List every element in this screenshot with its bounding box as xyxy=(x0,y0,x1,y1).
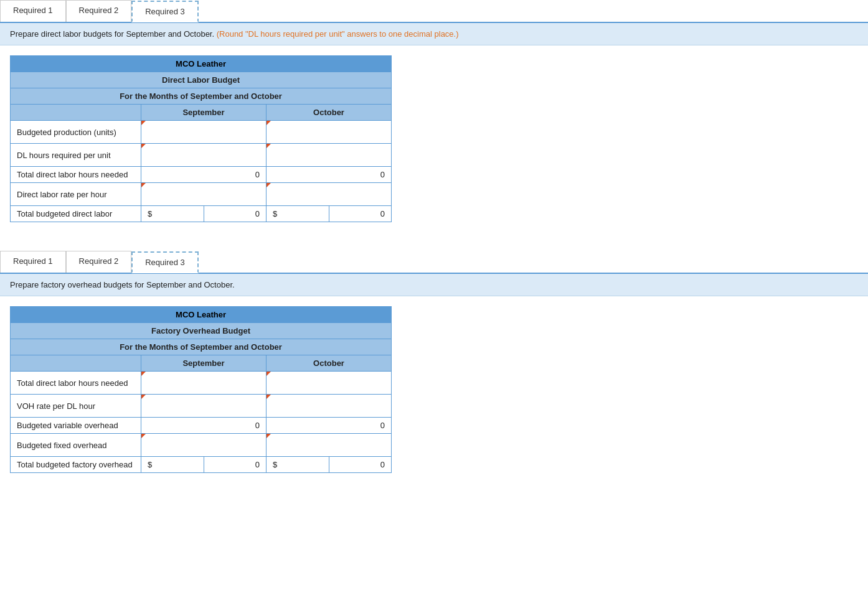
oct-input-3[interactable] xyxy=(267,434,392,457)
company-header: MCO Leather xyxy=(11,307,392,323)
oct-dollar-value-4: 0 xyxy=(329,206,392,222)
title-header: Factory Overhead Budget xyxy=(11,323,392,339)
page-container: Required 1Required 2Required 3Prepare di… xyxy=(0,0,868,502)
sep-value-2: 0 xyxy=(141,167,267,183)
row-label-2: Budgeted variable overhead xyxy=(11,418,141,434)
sep-value-2: 0 xyxy=(141,418,267,434)
oct-input-field-3[interactable] xyxy=(273,437,385,453)
tab-0[interactable]: Required 1 xyxy=(0,0,66,22)
section-0: Required 1Required 2Required 3Prepare di… xyxy=(0,0,868,251)
oct-input-1[interactable] xyxy=(267,144,392,167)
row-label-3: Budgeted fixed overhead xyxy=(11,434,141,457)
oct-input-field-1[interactable] xyxy=(273,147,385,163)
instruction-bar: Prepare direct labor budgets for Septemb… xyxy=(0,23,868,45)
table-row: Total direct labor hours needed00 xyxy=(11,167,392,183)
col-header-1: October xyxy=(267,355,392,372)
sep-input-3[interactable] xyxy=(141,183,267,206)
sep-input-1[interactable] xyxy=(141,395,267,418)
col-header-0: September xyxy=(141,105,267,121)
table-row: Budgeted production (units) xyxy=(11,121,392,144)
sep-dollar-sign-4: $ xyxy=(141,457,204,473)
row-label-2: Total direct labor hours needed xyxy=(11,167,141,183)
sep-dollar-sign-4: $ xyxy=(141,206,204,222)
tab-1[interactable]: Required 2 xyxy=(66,251,132,273)
oct-input-0[interactable] xyxy=(267,121,392,144)
sep-input-field-3[interactable] xyxy=(148,186,260,202)
oct-input-0[interactable] xyxy=(267,372,392,395)
subtitle-header: For the Months of September and October xyxy=(11,88,392,105)
subtitle-header: For the Months of September and October xyxy=(11,339,392,355)
row-label-4: Total budgeted direct labor xyxy=(11,206,141,222)
col-header-0: September xyxy=(141,355,267,372)
tab-1[interactable]: Required 2 xyxy=(66,0,132,22)
row-label-3: Direct labor rate per hour xyxy=(11,183,141,206)
sep-input-3[interactable] xyxy=(141,434,267,457)
col-header-1: October xyxy=(267,105,392,121)
section-1: Required 1Required 2Required 3Prepare fa… xyxy=(0,251,868,502)
tab-bar: Required 1Required 2Required 3 xyxy=(0,0,868,23)
tab-bar: Required 1Required 2Required 3 xyxy=(0,251,868,274)
oct-value-2: 0 xyxy=(267,167,392,183)
tab-2[interactable]: Required 3 xyxy=(131,251,199,273)
instruction-main: Prepare factory overhead budgets for Sep… xyxy=(10,280,235,289)
sep-input-0[interactable] xyxy=(141,372,267,395)
title-header: Direct Labor Budget xyxy=(11,72,392,88)
instruction-bar: Prepare factory overhead budgets for Sep… xyxy=(0,274,868,296)
oct-input-field-1[interactable] xyxy=(273,398,385,414)
oct-dollar-sign-4: $ xyxy=(267,457,329,473)
row-label-0: Total direct labor hours needed xyxy=(11,372,141,395)
instruction-main: Prepare direct labor budgets for Septemb… xyxy=(10,29,214,39)
oct-input-field-0[interactable] xyxy=(273,124,385,140)
row-label-1: VOH rate per DL hour xyxy=(11,395,141,418)
oct-dollar-sign-4: $ xyxy=(267,206,329,222)
company-header: MCO Leather xyxy=(11,56,392,72)
table-row: Total budgeted direct labor$0$0 xyxy=(11,206,392,222)
table-row: Budgeted variable overhead00 xyxy=(11,418,392,434)
table-row: DL hours required per unit xyxy=(11,144,392,167)
oct-dollar-value-4: 0 xyxy=(329,457,392,473)
row-label-0: Budgeted production (units) xyxy=(11,121,141,144)
sep-input-field-3[interactable] xyxy=(148,437,260,453)
row-label-4: Total budgeted factory overhead xyxy=(11,457,141,473)
oct-input-3[interactable] xyxy=(267,183,392,206)
tab-2[interactable]: Required 3 xyxy=(131,1,199,22)
sep-input-field-0[interactable] xyxy=(148,124,260,140)
oct-input-field-0[interactable] xyxy=(273,375,385,391)
table-container: MCO LeatherDirect Labor BudgetFor the Mo… xyxy=(0,45,868,232)
table-row: Total direct labor hours needed xyxy=(11,372,392,395)
col-header-empty xyxy=(11,105,141,121)
budget-table: MCO LeatherFactory Overhead BudgetFor th… xyxy=(10,306,392,473)
sep-input-field-1[interactable] xyxy=(148,398,260,414)
row-label-1: DL hours required per unit xyxy=(11,144,141,167)
sep-input-1[interactable] xyxy=(141,144,267,167)
table-row: Total budgeted factory overhead$0$0 xyxy=(11,457,392,473)
table-row: VOH rate per DL hour xyxy=(11,395,392,418)
sep-input-0[interactable] xyxy=(141,121,267,144)
table-container: MCO LeatherFactory Overhead BudgetFor th… xyxy=(0,296,868,483)
tab-0[interactable]: Required 1 xyxy=(0,251,66,273)
oct-input-field-3[interactable] xyxy=(273,186,385,202)
sep-dollar-value-4: 0 xyxy=(204,457,267,473)
col-header-empty xyxy=(11,355,141,372)
sep-dollar-value-4: 0 xyxy=(204,206,267,222)
table-row: Direct labor rate per hour xyxy=(11,183,392,206)
sep-input-field-1[interactable] xyxy=(148,147,260,163)
budget-table: MCO LeatherDirect Labor BudgetFor the Mo… xyxy=(10,55,392,222)
sep-input-field-0[interactable] xyxy=(148,375,260,391)
table-row: Budgeted fixed overhead xyxy=(11,434,392,457)
oct-value-2: 0 xyxy=(267,418,392,434)
instruction-note: (Round "DL hours required per unit" answ… xyxy=(214,29,458,39)
oct-input-1[interactable] xyxy=(267,395,392,418)
